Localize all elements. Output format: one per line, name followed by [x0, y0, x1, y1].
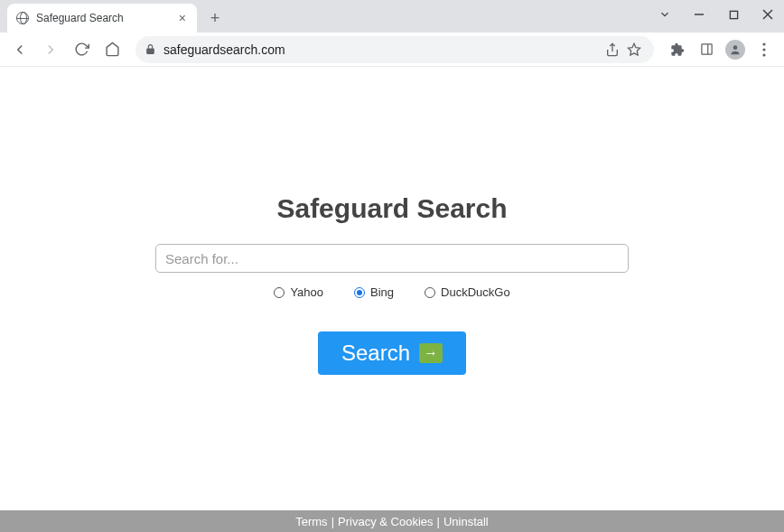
chevron-down-icon[interactable] — [654, 4, 676, 25]
minimize-icon[interactable] — [688, 4, 710, 25]
search-button-label: Search — [341, 341, 410, 366]
engine-label: Bing — [370, 285, 394, 299]
engine-option-bing[interactable]: Bing — [354, 285, 394, 299]
window-controls — [654, 4, 779, 25]
search-input[interactable] — [155, 244, 629, 273]
close-tab-icon[interactable]: × — [177, 11, 188, 25]
footer: Terms | Privacy & Cookies | Uninstall — [0, 510, 784, 532]
forward-button[interactable] — [38, 37, 63, 62]
tab-title: Safeguard Search — [36, 12, 177, 24]
url-text: safeguardsearch.com — [163, 42, 602, 57]
back-button[interactable] — [7, 37, 33, 62]
reload-button[interactable] — [69, 37, 94, 62]
engine-label: Yahoo — [290, 285, 323, 299]
side-panel-icon[interactable] — [694, 37, 719, 62]
radio-icon — [274, 287, 285, 298]
svg-rect-1 — [730, 11, 737, 18]
svg-point-9 — [762, 42, 765, 45]
close-window-icon[interactable] — [757, 4, 779, 25]
new-tab-button[interactable]: + — [202, 5, 228, 31]
radio-icon — [354, 287, 365, 298]
engine-option-yahoo[interactable]: Yahoo — [274, 285, 323, 299]
engine-option-duckduckgo[interactable]: DuckDuckGo — [425, 285, 510, 299]
svg-point-8 — [733, 45, 738, 50]
svg-point-10 — [762, 48, 765, 51]
browser-tab[interactable]: Safeguard Search × — [7, 4, 197, 33]
lock-icon — [145, 43, 156, 55]
browser-toolbar: safeguardsearch.com — [0, 33, 784, 67]
search-button[interactable]: Search → — [318, 331, 466, 375]
avatar-icon — [725, 40, 745, 60]
footer-sep: | — [331, 515, 334, 528]
engine-radio-group: Yahoo Bing DuckDuckGo — [274, 285, 509, 299]
tab-strip: Safeguard Search × + — [0, 0, 784, 33]
svg-point-11 — [762, 53, 765, 56]
extensions-icon[interactable] — [665, 37, 690, 62]
kebab-menu-icon[interactable] — [751, 37, 777, 62]
footer-sep: | — [437, 515, 440, 528]
address-bar[interactable]: safeguardsearch.com — [135, 36, 654, 63]
page-content: Safeguard Search Yahoo Bing DuckDuckGo S… — [0, 67, 784, 532]
footer-privacy-link[interactable]: Privacy & Cookies — [338, 515, 433, 528]
footer-terms-link[interactable]: Terms — [295, 515, 327, 528]
maximize-icon[interactable] — [723, 4, 744, 25]
svg-rect-6 — [701, 44, 711, 54]
toolbar-right — [665, 37, 777, 62]
profile-avatar[interactable] — [723, 37, 748, 62]
share-icon[interactable] — [602, 42, 623, 57]
globe-icon — [16, 12, 29, 24]
radio-icon — [425, 287, 435, 298]
page-title: Safeguard Search — [276, 193, 507, 224]
home-button[interactable] — [99, 37, 125, 62]
arrow-right-icon: → — [419, 343, 443, 363]
engine-label: DuckDuckGo — [441, 285, 510, 299]
footer-uninstall-link[interactable]: Uninstall — [443, 515, 489, 528]
svg-marker-5 — [628, 43, 639, 55]
bookmark-star-icon[interactable] — [623, 42, 645, 57]
